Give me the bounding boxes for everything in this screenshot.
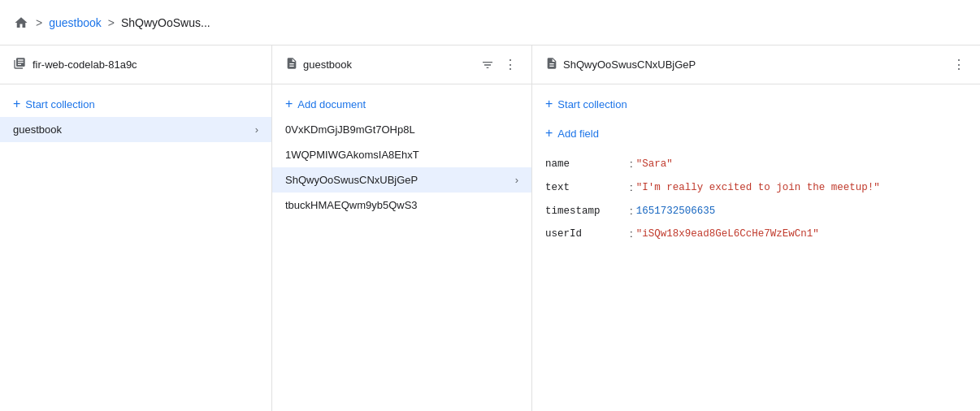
- collection-doc-icon: [285, 57, 298, 72]
- breadcrumb-sep-1: >: [36, 16, 42, 29]
- breadcrumb-bar: > guestbook > ShQwyOoSwus...: [0, 0, 980, 45]
- project-icon: [13, 57, 26, 72]
- col3-header: ShQwyOoSwusCNxUBjGeP ⋮: [532, 45, 980, 84]
- fields-panel: ShQwyOoSwusCNxUBjGeP ⋮ + Start collectio…: [532, 45, 980, 411]
- field-row-text: text : "I'm really excited to join the m…: [532, 176, 980, 200]
- doc-id-2: ShQwyOoSwusCNxUBjGeP: [285, 174, 418, 186]
- main-content: fir-web-codelab-81a9c + Start collection…: [0, 45, 980, 411]
- home-icon[interactable]: [13, 15, 29, 31]
- field-colon-name: :: [630, 156, 633, 173]
- col2-content: + Add document 0VxKDmGjJB9mGt7OHp8L 1WQP…: [272, 84, 531, 411]
- col2-title: guestbook: [303, 58, 475, 71]
- plus-icon-col2: +: [285, 97, 293, 110]
- add-field-button[interactable]: + Add field: [532, 120, 980, 146]
- start-collection-button[interactable]: + Start collection: [0, 91, 271, 117]
- field-colon-text: :: [630, 180, 633, 197]
- more-vert-icon-col2[interactable]: ⋮: [502, 55, 518, 74]
- doc-id-1: 1WQPMIWGAkomsIA8EhxT: [285, 149, 419, 161]
- col1-content: + Start collection guestbook ›: [0, 84, 271, 411]
- doc-item-1[interactable]: 1WQPMIWGAkomsIA8EhxT: [272, 142, 531, 167]
- plus-icon-col3a: +: [545, 97, 553, 110]
- field-value-text: "I'm really excited to join the meetup!": [636, 180, 880, 196]
- add-document-label: Add document: [297, 98, 366, 110]
- col3-content: + Start collection + Add field name : "S…: [532, 84, 980, 411]
- field-key-text: text: [545, 180, 627, 196]
- collection-name: guestbook: [13, 123, 62, 136]
- col2-actions: ⋮: [479, 55, 518, 74]
- filter-icon[interactable]: [479, 57, 496, 73]
- start-collection-label-col3: Start collection: [557, 98, 627, 110]
- start-collection-label: Start collection: [25, 98, 94, 110]
- breadcrumb-current: ShQwyOoSwus...: [121, 16, 210, 29]
- field-key-name: name: [545, 156, 627, 172]
- doc-item-3[interactable]: tbuckHMAEQwm9yb5QwS3: [272, 193, 531, 218]
- doc-id-3: tbuckHMAEQwm9yb5QwS3: [285, 199, 418, 211]
- chevron-right-icon: ›: [255, 123, 258, 136]
- field-key-userid: userId: [545, 226, 627, 242]
- field-row-timestamp: timestamp : 1651732506635: [532, 200, 980, 223]
- start-collection-button-col3[interactable]: + Start collection: [532, 91, 980, 117]
- add-field-label: Add field: [557, 128, 599, 140]
- doc-item-0[interactable]: 0VxKDmGjJB9mGt7OHp8L: [272, 117, 531, 142]
- plus-icon-col3b: +: [545, 127, 553, 140]
- doc-id-0: 0VxKDmGjJB9mGt7OHp8L: [285, 123, 415, 136]
- chevron-right-doc-icon: ›: [515, 174, 518, 186]
- col3-title: ShQwyOoSwusCNxUBjGeP: [563, 58, 946, 71]
- doc-field-icon: [545, 57, 558, 72]
- doc-item-2[interactable]: ShQwyOoSwusCNxUBjGeP ›: [272, 167, 531, 193]
- project-name: fir-web-codelab-81a9c: [33, 58, 137, 71]
- documents-panel: guestbook ⋮ + Add document 0VxKDmGjJB9mG…: [272, 45, 532, 411]
- field-value-name: "Sara": [636, 156, 673, 172]
- col2-header: guestbook ⋮: [272, 45, 531, 84]
- field-colon-userid: :: [630, 226, 633, 243]
- collections-panel: fir-web-codelab-81a9c + Start collection…: [0, 45, 272, 411]
- field-value-timestamp: 1651732506635: [636, 203, 716, 219]
- plus-icon-col1: +: [13, 97, 20, 110]
- field-colon-timestamp: :: [630, 203, 633, 220]
- breadcrumb-sep-2: >: [108, 16, 115, 29]
- collection-item-guestbook[interactable]: guestbook ›: [0, 117, 271, 142]
- more-vert-icon-col3[interactable]: ⋮: [951, 55, 967, 74]
- breadcrumb-guestbook[interactable]: guestbook: [49, 16, 102, 29]
- col1-header: fir-web-codelab-81a9c: [0, 45, 271, 84]
- field-row-userid: userId : "iSQw18x9ead8GeL6CcHe7WzEwCn1": [532, 223, 980, 246]
- field-row-name: name : "Sara": [532, 153, 980, 176]
- field-key-timestamp: timestamp: [545, 203, 627, 219]
- add-document-button[interactable]: + Add document: [272, 91, 531, 117]
- field-value-userid: "iSQw18x9ead8GeL6CcHe7WzEwCn1": [636, 226, 819, 242]
